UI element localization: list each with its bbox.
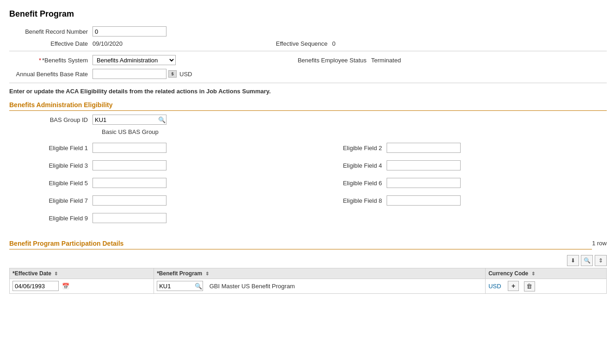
eligible-field-2-input[interactable] <box>387 143 461 153</box>
bas-group-id-wrap: 🔍 <box>92 115 166 125</box>
eligible-field-9-row: Eligible Field 9 <box>9 213 308 223</box>
search-table-btn[interactable]: 🔍 <box>581 255 593 266</box>
effective-sequence-label: Effective Sequence <box>258 40 332 47</box>
sort-benefit-program-icon: ⇕ <box>205 271 209 276</box>
calendar-btn[interactable]: 📅 <box>62 283 69 290</box>
col-currency-code: Currency Code ⇕ <box>486 268 607 279</box>
annual-benefits-row: Annual Benefits Base Rate $ USD <box>9 69 607 79</box>
participation-table: *Effective Date ⇕ *Benefit Program ⇕ Cur… <box>9 268 607 294</box>
eligible-field-3-row: Eligible Field 3 <box>9 160 308 170</box>
currency-lookup-btn[interactable]: $ <box>168 70 177 78</box>
annual-benefits-label: Annual Benefits Base Rate <box>9 71 92 78</box>
benefits-employee-status-label: Benefits Employee Status <box>279 57 371 64</box>
benefits-system-select[interactable]: Benefits Administration <box>92 55 176 65</box>
download-btn[interactable]: ⬇ <box>567 255 579 266</box>
participation-section: Benefit Program Participation Details 1 … <box>9 233 607 294</box>
eligible-field-4-row: Eligible Field 4 <box>308 160 607 170</box>
eligible-field-6-input[interactable] <box>387 178 461 188</box>
bas-group-id-row: BAS Group ID 🔍 <box>9 115 607 125</box>
eligible-field-1-input[interactable] <box>92 143 166 153</box>
bas-group-id-label: BAS Group ID <box>9 116 92 123</box>
effective-date-row-input[interactable] <box>12 281 59 291</box>
sort-effective-date-icon: ⇕ <box>54 271 58 276</box>
table-row: 📅 🔍 GBI Master US Benefit Program USD + … <box>10 279 607 294</box>
benefit-program-desc: GBI Master US Benefit Program <box>209 283 295 290</box>
benefit-program-search-btn[interactable]: 🔍 <box>195 283 202 290</box>
annual-benefits-input[interactable] <box>92 69 166 79</box>
eligible-field-8-input[interactable] <box>387 195 461 206</box>
eligible-field-9-label: Eligible Field 9 <box>9 215 92 222</box>
eligible-field-8-label: Eligible Field 8 <box>308 197 387 204</box>
col-benefit-program: *Benefit Program ⇕ <box>154 268 486 279</box>
eligibility-section-header: Benefits Administration Eligibility <box>9 101 607 111</box>
effective-date-label: Effective Date <box>9 40 92 47</box>
eligible-field-3-input[interactable] <box>92 160 166 170</box>
col-effective-date: *Effective Date ⇕ <box>10 268 154 279</box>
effective-date-row: Effective Date 09/10/2020 Effective Sequ… <box>9 40 607 47</box>
benefit-record-number-label: Benefit Record Number <box>9 28 92 35</box>
cell-currency-code: USD + 🗑 <box>486 279 607 294</box>
eligible-field-4-input[interactable] <box>387 160 461 170</box>
eligible-field-3-label: Eligible Field 3 <box>9 162 92 169</box>
eligible-field-8-row: Eligible Field 8 <box>308 195 607 206</box>
add-row-btn[interactable]: + <box>508 281 519 291</box>
eligible-field-9-input[interactable] <box>92 213 166 223</box>
eligible-field-5-row: Eligible Field 5 <box>9 178 308 188</box>
cell-benefit-program: 🔍 GBI Master US Benefit Program <box>154 279 486 294</box>
sort-currency-code-icon: ⇕ <box>531 271 535 276</box>
benefit-record-number-row: Benefit Record Number <box>9 26 607 36</box>
benefits-system-label: *Benefits System <box>9 57 92 64</box>
benefit-record-number-input[interactable] <box>92 26 166 36</box>
eligible-field-7-row: Eligible Field 7 <box>9 195 308 206</box>
benefit-program-wrap: 🔍 <box>157 281 203 291</box>
eligible-field-7-label: Eligible Field 7 <box>9 197 92 204</box>
eligible-field-4-label: Eligible Field 4 <box>308 162 387 169</box>
eligible-field-6-label: Eligible Field 6 <box>308 180 387 187</box>
cell-effective-date: 📅 <box>10 279 154 294</box>
benefits-system-row: *Benefits System Benefits Administration… <box>9 55 607 65</box>
participation-section-header: Benefit Program Participation Details <box>9 240 592 249</box>
eligible-field-2-row: Eligible Field 2 <box>308 143 607 153</box>
eligible-field-1-label: Eligible Field 1 <box>9 145 92 152</box>
eligible-field-5-input[interactable] <box>92 178 166 188</box>
currency-code-label: USD <box>179 71 192 78</box>
currency-code-link[interactable]: USD <box>488 283 501 290</box>
table-toolbar: ⬇ 🔍 ⇕ <box>9 255 607 266</box>
bas-group-id-input[interactable] <box>92 115 166 125</box>
table-header: *Effective Date ⇕ *Benefit Program ⇕ Cur… <box>10 268 607 279</box>
eligible-field-1-row: Eligible Field 1 <box>9 143 308 153</box>
page-title: Benefit Program <box>9 9 607 19</box>
eligible-field-7-input[interactable] <box>92 195 166 206</box>
effective-date-value: 09/10/2020 <box>92 40 123 47</box>
bas-group-desc-row: Basic US BAS Group <box>97 128 607 138</box>
row-count: 1 row <box>592 240 607 247</box>
aca-message: Enter or update the ACA Eligibility deta… <box>9 88 607 95</box>
sort-table-btn[interactable]: ⇕ <box>595 255 607 266</box>
benefits-employee-status-value: Terminated <box>371 57 401 64</box>
bas-group-id-search-btn[interactable]: 🔍 <box>158 116 166 123</box>
delete-row-btn[interactable]: 🗑 <box>524 281 535 291</box>
eligible-field-5-label: Eligible Field 5 <box>9 180 92 187</box>
table-header-row: Benefit Program Participation Details 1 … <box>9 233 607 253</box>
eligible-field-2-label: Eligible Field 2 <box>308 145 387 152</box>
eligible-field-6-row: Eligible Field 6 <box>308 178 607 188</box>
eligible-fields-grid: Eligible Field 1 Eligible Field 2 Eligib… <box>9 143 607 227</box>
effective-sequence-value: 0 <box>332 40 335 47</box>
bas-group-desc: Basic US BAS Group <box>102 128 159 135</box>
